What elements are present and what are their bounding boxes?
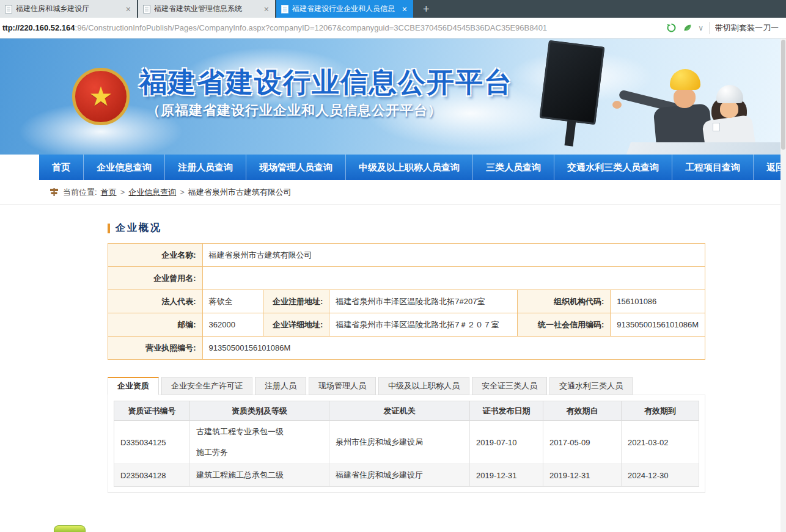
national-emblem-logo: ★ xyxy=(72,68,130,125)
tab-company-qualification[interactable]: 企业资质 xyxy=(108,377,159,395)
cell-issue-date: 2019-12-31 xyxy=(470,464,543,487)
url-input[interactable]: ttp://220.160.52.164:96/ConstructionInfo… xyxy=(2,23,660,32)
page-icon xyxy=(281,5,288,13)
chevron-down-icon[interactable]: ∨ xyxy=(698,24,703,32)
col-cert-no: 资质证书编号 xyxy=(114,401,190,421)
tab-title: 福建省建设行业企业和人员信息 xyxy=(292,4,397,14)
breadcrumb-separator: > xyxy=(180,188,185,197)
table-header-row: 资质证书编号 资质类别及等级 发证机关 证书发布日期 有效期自 有效期到 xyxy=(114,401,699,421)
field-value-postcode: 362000 xyxy=(202,313,263,337)
tab-mid-title-personnel[interactable]: 中级及以上职称人员 xyxy=(378,377,469,395)
col-valid-to: 有效期到 xyxy=(622,401,699,421)
worker-face-graphic xyxy=(674,89,696,108)
breadcrumb-home-link[interactable]: 首页 xyxy=(101,187,117,198)
company-info-table: 企业名称: 福建省泉州市古建筑有限公司 企业曾用名: 法人代表: 蒋钦全 企业注… xyxy=(108,243,705,360)
scrollbar-thumb[interactable] xyxy=(781,40,785,150)
field-value-detail-address: 福建省泉州市丰泽区温陵北路北拓7＃２０７室 xyxy=(329,313,518,337)
browser-tab-1[interactable]: 福建住房和城乡建设厅 × xyxy=(0,0,137,18)
table-row: D335034125 古建筑工程专业承包一级 施工劳务 泉州市住房和城乡建设局 … xyxy=(114,421,699,464)
cell-category: 建筑工程施工总承包二级 xyxy=(190,464,329,487)
site-header-banner: ★ 福建省建设行业信息公开平台 （原福建省建设行业企业和人员信息公开平台） xyxy=(0,38,780,155)
browser-tab-bar: 福建住房和城乡建设厅 × 福建省建筑业管理信息系统 × 福建省建设行业企业和人员… xyxy=(0,0,786,18)
close-tab-icon[interactable]: × xyxy=(263,4,270,14)
main-navigation: 首页 企业信息查询 注册人员查询 现场管理人员查询 中级及以上职称人员查询 三类… xyxy=(39,155,780,180)
close-tab-icon[interactable]: × xyxy=(125,4,132,14)
floating-widget-button[interactable] xyxy=(54,525,86,532)
field-label-company-name: 企业名称: xyxy=(108,244,203,267)
table-row: D235034128 建筑工程施工总承包二级 福建省住房和城乡建设厅 2019-… xyxy=(114,464,699,487)
page-icon xyxy=(143,5,150,13)
worker-hand-graphic xyxy=(612,101,622,109)
nav-item-site-managers[interactable]: 现场管理人员查询 xyxy=(246,155,345,180)
blueprint-graphic xyxy=(626,142,780,155)
nav-item-company-query[interactable]: 企业信息查询 xyxy=(83,155,164,180)
eye-protection-leaf-icon[interactable] xyxy=(682,23,692,33)
category-line: 古建筑工程专业承包一级 xyxy=(196,426,323,437)
section-title: 企业概况 xyxy=(116,222,162,235)
cup-graphic xyxy=(713,123,720,131)
field-label-org-code: 组织机构代码: xyxy=(518,290,611,313)
table-row: 法人代表: 蒋钦全 企业注册地址: 福建省泉州市丰泽区温陵北路北拓7#207室 … xyxy=(108,290,705,313)
nav-item-registered-personnel[interactable]: 注册人员查询 xyxy=(164,155,246,180)
nav-item-mid-title-personnel[interactable]: 中级及以上职称人员查询 xyxy=(345,155,472,180)
tab-site-managers[interactable]: 现场管理人员 xyxy=(309,377,376,395)
refresh-icon[interactable] xyxy=(666,23,677,33)
tab-title: 福建省建筑业管理信息系统 xyxy=(154,4,259,14)
col-category: 资质类别及等级 xyxy=(190,401,329,421)
table-row: 营业执照编号: 91350500156101086M xyxy=(108,337,705,360)
monitor-graphic xyxy=(540,40,605,125)
tab-transport-water-three-types[interactable]: 交通水利三类人员 xyxy=(549,377,633,395)
field-label-license-no: 营业执照编号: xyxy=(108,337,203,360)
breadcrumb-current: 福建省泉州市古建筑有限公司 xyxy=(188,187,292,198)
cell-issue-date: 2019-07-10 xyxy=(470,421,543,464)
close-tab-icon[interactable]: × xyxy=(401,4,408,14)
new-tab-button[interactable]: + xyxy=(414,4,438,15)
field-label-credit-code: 统一社会信用编码: xyxy=(518,313,611,337)
field-value-registered-address: 福建省泉州市丰泽区温陵北路北拓7#207室 xyxy=(329,290,518,313)
main-content: 企业概况 企业名称: 福建省泉州市古建筑有限公司 企业曾用名: 法人代表: 蒋钦… xyxy=(0,222,786,493)
field-value-legal-rep: 蒋钦全 xyxy=(202,290,263,313)
yellow-hardhat-graphic xyxy=(670,69,700,90)
field-label-registered-address: 企业注册地址: xyxy=(263,290,329,313)
cell-authority: 福建省住房和城乡建设厅 xyxy=(329,464,470,487)
star-icon: ★ xyxy=(89,83,112,110)
tab-registered-personnel[interactable]: 注册人员 xyxy=(255,377,306,395)
site-subtitle: （原福建省建设行业企业和人员信息公开平台） xyxy=(147,101,442,120)
cell-valid-to: 2021-03-02 xyxy=(622,421,699,464)
cell-valid-to: 2024-12-30 xyxy=(622,464,699,487)
cell-category: 古建筑工程专业承包一级 施工劳务 xyxy=(190,421,329,464)
page-icon xyxy=(5,5,12,13)
nav-item-transport-water-three-types[interactable]: 交通水利三类人员查询 xyxy=(554,155,672,180)
bookmark-link[interactable]: 带切割套装一刀一 xyxy=(715,23,786,34)
nav-item-three-types[interactable]: 三类人员查询 xyxy=(472,155,554,180)
category-line: 建筑工程施工总承包二级 xyxy=(196,470,323,481)
field-value-company-name: 福建省泉州市古建筑有限公司 xyxy=(202,244,705,267)
breadcrumb-section-link[interactable]: 企业信息查询 xyxy=(128,187,176,198)
nav-item-project-query[interactable]: 工程项目查询 xyxy=(672,155,753,180)
cell-valid-from: 2019-12-31 xyxy=(543,464,622,487)
tab-title: 福建住房和城乡建设厅 xyxy=(16,4,121,14)
divider xyxy=(709,22,710,34)
url-host: ttp://220.160.52.164 xyxy=(2,23,75,32)
tab-safety-three-types[interactable]: 安全证三类人员 xyxy=(472,377,547,395)
cell-cert-no: D235034128 xyxy=(114,464,190,487)
cell-valid-from: 2017-05-09 xyxy=(543,421,622,464)
field-label-legal-rep: 法人代表: xyxy=(108,290,203,313)
col-valid-from: 有效期自 xyxy=(543,401,622,421)
section-accent-bar xyxy=(108,224,110,233)
nav-item-home[interactable]: 首页 xyxy=(39,155,83,180)
field-value-org-code: 156101086 xyxy=(611,290,705,313)
cell-authority: 泉州市住房和城乡建设局 xyxy=(329,421,470,464)
detail-tab-strip: 企业资质 企业安全生产许可证 注册人员 现场管理人员 中级及以上职称人员 安全证… xyxy=(108,377,786,395)
address-bar: ttp://220.160.52.164:96/ConstructionInfo… xyxy=(0,18,786,38)
field-value-former-name xyxy=(202,267,705,290)
qualification-table: 资质证书编号 资质类别及等级 发证机关 证书发布日期 有效期自 有效期到 D33… xyxy=(114,401,699,487)
browser-tab-2[interactable]: 福建省建筑业管理信息系统 × xyxy=(138,0,275,18)
table-row: 企业曾用名: xyxy=(108,267,705,290)
browser-tab-3-active[interactable]: 福建省建设行业企业和人员信息 × xyxy=(276,0,413,18)
field-label-postcode: 邮编: xyxy=(108,313,203,337)
page-scrollbar[interactable] xyxy=(780,38,786,532)
url-path: :96/ConstructionInfoPublish/Pages/Compan… xyxy=(75,23,548,32)
address-bar-actions: ∨ 带切割套装一刀一 xyxy=(660,22,786,34)
tab-safety-production-license[interactable]: 企业安全生产许可证 xyxy=(161,377,252,395)
